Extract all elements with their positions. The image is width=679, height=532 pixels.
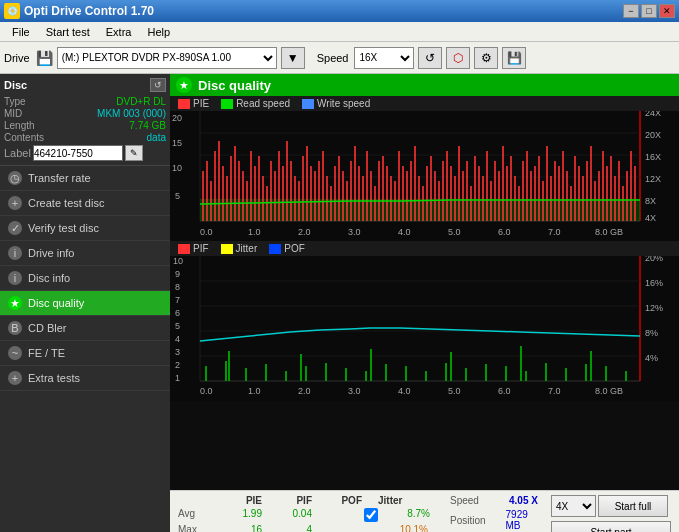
svg-text:0.0: 0.0 [200,386,213,396]
menu-start-test[interactable]: Start test [38,24,98,40]
svg-rect-39 [326,176,328,221]
drive-select[interactable]: (M:) PLEXTOR DVDR PX-890SA 1.00 [57,47,277,69]
sidebar-item-transfer-rate[interactable]: ◷ Transfer rate [0,166,170,191]
svg-rect-70 [450,166,452,221]
svg-rect-34 [306,146,308,221]
svg-rect-115 [630,151,632,221]
svg-text:24X: 24X [645,111,661,118]
svg-rect-16 [234,146,236,221]
minimize-button[interactable]: − [623,4,639,18]
svg-rect-55 [390,176,392,221]
sidebar-item-fe-te[interactable]: ~ FE / TE [0,341,170,366]
sidebar-item-verify-test-disc[interactable]: ✓ Verify test disc [0,216,170,241]
create-test-icon: + [8,196,22,210]
svg-text:4: 4 [175,334,180,344]
save-btn[interactable]: 💾 [502,47,526,69]
svg-rect-11 [214,151,216,221]
max-label: Max [178,524,212,532]
sidebar-item-extra-tests[interactable]: + Extra tests [0,366,170,391]
svg-rect-91 [534,166,536,221]
title-bar: 💿 Opti Drive Control 1.70 − □ ✕ [0,0,679,22]
sidebar-item-cd-bler[interactable]: B CD Bler [0,316,170,341]
svg-rect-100 [570,186,572,221]
svg-text:20X: 20X [645,130,661,140]
svg-text:8: 8 [175,282,180,292]
svg-rect-80 [490,181,492,221]
svg-rect-112 [618,161,620,221]
svg-rect-154 [425,371,427,381]
svg-text:20: 20 [172,113,182,123]
pof-max [312,524,362,532]
svg-rect-58 [402,166,404,221]
disc-refresh-btn[interactable]: ↺ [150,78,166,92]
svg-rect-43 [342,171,344,221]
svg-rect-78 [482,176,484,221]
drive-arrow-btn[interactable]: ▼ [281,47,305,69]
start-part-button[interactable]: Start part [551,521,671,532]
svg-rect-53 [382,156,384,221]
sidebar-item-label: Transfer rate [28,172,91,184]
pie-legend: PIE [178,98,209,109]
menu-file[interactable]: File [4,24,38,40]
svg-rect-170 [590,351,592,381]
svg-rect-87 [518,186,520,221]
svg-rect-76 [474,156,476,221]
maximize-button[interactable]: □ [641,4,657,18]
svg-rect-96 [554,161,556,221]
jitter-checkbox[interactable] [364,508,378,522]
svg-text:4.0: 4.0 [398,227,411,237]
svg-rect-163 [605,366,607,381]
erase-btn[interactable]: ⬡ [446,47,470,69]
svg-text:1.0: 1.0 [248,386,261,396]
svg-text:2: 2 [175,360,180,370]
refresh-btn[interactable]: ↺ [418,47,442,69]
avg-label: Avg [178,508,212,522]
svg-rect-38 [322,151,324,221]
svg-rect-21 [254,166,256,221]
nav-items: ◷ Transfer rate + Create test disc ✓ Ver… [0,166,170,532]
sidebar-item-disc-info[interactable]: i Disc info [0,266,170,291]
svg-rect-64 [426,166,428,221]
svg-rect-156 [465,368,467,381]
svg-text:20%: 20% [645,256,663,263]
sidebar-item-create-test-disc[interactable]: + Create test disc [0,191,170,216]
drive-label: Drive [4,52,30,64]
start-full-button[interactable]: Start full [598,495,668,517]
sidebar-item-drive-info[interactable]: i Drive info [0,241,170,266]
type-label: Type [4,96,26,107]
svg-rect-32 [298,181,300,221]
svg-rect-99 [566,171,568,221]
svg-text:12X: 12X [645,174,661,184]
label-edit-btn[interactable]: ✎ [125,145,143,161]
svg-rect-166 [300,354,302,381]
svg-rect-97 [558,166,560,221]
menu-extra[interactable]: Extra [98,24,140,40]
svg-rect-18 [242,171,244,221]
svg-rect-149 [325,363,327,381]
write-speed-legend-color [302,99,314,109]
svg-rect-116 [634,166,636,221]
speed-select[interactable]: 16X Max 1X 2X 4X 8X [354,47,414,69]
svg-rect-151 [365,371,367,381]
svg-rect-61 [414,146,416,221]
pif-avg: 0.04 [262,508,312,522]
close-button[interactable]: ✕ [659,4,675,18]
content-area: ★ Disc quality PIE Read speed Write spee… [170,74,679,532]
jitter-legend-color [221,244,233,254]
menu-help[interactable]: Help [139,24,178,40]
svg-rect-95 [550,176,552,221]
sidebar-item-label: Create test disc [28,197,104,209]
test-speed-select[interactable]: 4X 2X 8X [551,495,596,517]
stats-header: PIE PIF POF Jitter [178,495,430,506]
svg-text:2.0: 2.0 [298,227,311,237]
svg-rect-54 [386,166,388,221]
svg-text:1.0: 1.0 [248,227,261,237]
settings-btn[interactable]: ⚙ [474,47,498,69]
pie-col-header: PIE [212,495,262,506]
svg-rect-66 [434,171,436,221]
svg-rect-13 [222,166,224,221]
app-icon: 💿 [4,3,20,19]
sidebar-item-disc-quality[interactable]: ★ Disc quality [0,291,170,316]
label-input[interactable] [33,145,123,161]
svg-rect-168 [450,352,452,381]
